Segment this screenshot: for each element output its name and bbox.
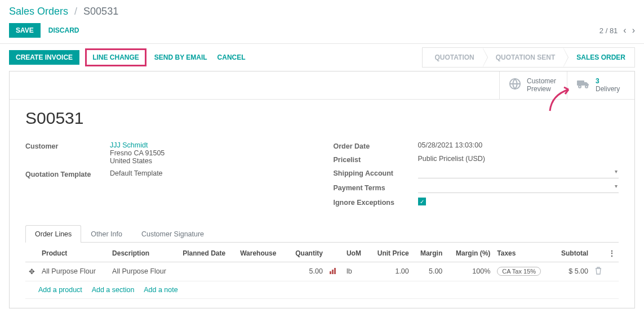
svg-point-3 <box>585 86 588 88</box>
tab-order-lines[interactable]: Order Lines <box>25 225 81 243</box>
svg-rect-1 <box>577 80 584 86</box>
svg-rect-6 <box>334 268 336 274</box>
payment-terms-dropdown[interactable] <box>418 183 619 193</box>
add-row: Add a product Add a section Add a note <box>25 281 619 298</box>
pager: 2 / 81 ‹ › <box>599 25 635 35</box>
svg-point-2 <box>579 86 581 88</box>
breadcrumb-current: S00531 <box>83 6 118 17</box>
customer-address-2: United States <box>110 157 311 165</box>
breadcrumb-root[interactable]: Sales Orders <box>9 6 68 17</box>
create-invoice-button[interactable]: CREATE INVOICE <box>9 50 79 65</box>
table-header-row: Product Description Planned Date Warehou… <box>25 245 619 262</box>
svg-rect-5 <box>332 270 334 274</box>
forecast-icon[interactable] <box>330 268 337 276</box>
col-warehouse[interactable]: Warehouse <box>237 245 286 262</box>
cancel-button[interactable]: CANCEL <box>215 50 248 65</box>
add-product-link[interactable]: Add a product <box>38 286 82 294</box>
ignore-exceptions-label: Ignore Exceptions <box>334 198 418 207</box>
form-sheet: Customer Preview 3 Delivery S00531 <box>9 71 635 308</box>
ignore-exceptions-checkbox[interactable]: ✓ <box>418 198 426 205</box>
delete-row-icon[interactable] <box>592 262 605 281</box>
status-step-sales-order[interactable]: SALES ORDER <box>564 47 635 68</box>
customer-preview-button[interactable]: Customer Preview <box>499 71 567 99</box>
cell-subtotal: $ 5.00 <box>552 262 592 281</box>
payment-terms-label: Payment Terms <box>334 183 418 192</box>
delivery-label: Delivery <box>596 85 620 93</box>
col-quantity[interactable]: Quantity <box>287 245 326 262</box>
cell-warehouse[interactable] <box>237 262 286 281</box>
truck-icon <box>576 78 590 92</box>
add-section-link[interactable]: Add a section <box>92 286 135 294</box>
cell-planned-date[interactable] <box>179 262 237 281</box>
table-row[interactable]: ✥ All Purpose Flour All Purpose Flour 5.… <box>25 262 619 281</box>
tabs: Order Lines Other Info Customer Signatur… <box>25 225 619 243</box>
pager-text: 2 / 81 <box>599 26 618 35</box>
discard-button[interactable]: DISCARD <box>46 23 82 38</box>
delivery-count: 3 <box>596 77 620 85</box>
cell-quantity[interactable]: 5.00 <box>287 262 326 281</box>
col-unit-price[interactable]: Unit Price <box>368 245 412 262</box>
pricelist-label: Pricelist <box>334 155 418 164</box>
status-step-quotation[interactable]: QUOTATION <box>422 47 483 68</box>
customer-preview-line2: Preview <box>527 85 556 93</box>
cell-unit-price[interactable]: 1.00 <box>368 262 412 281</box>
pricelist-value[interactable]: Public Pricelist (USD) <box>418 155 619 163</box>
customer-address-1: Fresno CA 91505 <box>110 149 311 157</box>
col-uom[interactable]: UoM <box>343 245 368 262</box>
globe-icon <box>509 78 521 93</box>
col-subtotal[interactable]: Subtotal <box>552 245 592 262</box>
topbar: SAVE DISCARD 2 / 81 ‹ › <box>0 20 644 43</box>
status-bar: QUOTATION QUOTATION SENT SALES ORDER <box>422 47 635 68</box>
tab-other-info[interactable]: Other Info <box>81 225 132 243</box>
send-by-email-button[interactable]: SEND BY EMAIL <box>152 50 210 65</box>
quotation-template-label: Quotation Template <box>25 169 110 178</box>
save-button[interactable]: SAVE <box>9 23 41 38</box>
col-margin-pct[interactable]: Margin (%) <box>446 245 494 262</box>
delivery-button[interactable]: 3 Delivery <box>567 71 634 99</box>
order-date-value[interactable]: 05/28/2021 13:03:00 <box>418 141 619 149</box>
pager-prev-icon[interactable]: ‹ <box>623 25 626 35</box>
order-date-label: Order Date <box>334 141 418 150</box>
order-name-heading: S00531 <box>25 109 619 128</box>
col-description[interactable]: Description <box>109 245 179 262</box>
customer-link[interactable]: JJJ Schmidt <box>110 141 148 149</box>
tax-tag[interactable]: CA Tax 15% <box>497 267 541 276</box>
col-planned-date[interactable]: Planned Date <box>179 245 237 262</box>
quotation-template-value[interactable]: Default Template <box>110 169 311 177</box>
col-taxes[interactable]: Taxes <box>494 245 552 262</box>
action-bar: CREATE INVOICE LINE CHANGE SEND BY EMAIL… <box>0 43 644 71</box>
add-note-link[interactable]: Add a note <box>144 286 177 294</box>
col-product[interactable]: Product <box>38 245 109 262</box>
columns-menu-icon[interactable]: ⋮ <box>605 245 619 262</box>
cell-margin-pct[interactable]: 100% <box>446 262 494 281</box>
stat-buttons: Customer Preview 3 Delivery <box>10 71 634 100</box>
status-step-quotation-sent[interactable]: QUOTATION SENT <box>483 47 565 68</box>
col-margin[interactable]: Margin <box>412 245 446 262</box>
cell-product[interactable]: All Purpose Flour <box>38 262 109 281</box>
svg-rect-4 <box>330 271 331 274</box>
customer-label: Customer <box>25 141 110 150</box>
pager-next-icon[interactable]: › <box>632 25 635 35</box>
drag-handle-icon[interactable]: ✥ <box>25 262 38 281</box>
order-lines-table: Product Description Planned Date Warehou… <box>25 245 619 299</box>
shipping-account-dropdown[interactable] <box>418 168 619 178</box>
tab-customer-signature[interactable]: Customer Signature <box>132 225 214 243</box>
breadcrumb: Sales Orders / S00531 <box>0 0 644 20</box>
breadcrumb-separator: / <box>74 6 77 17</box>
shipping-account-label: Shipping Account <box>334 168 418 177</box>
line-change-button[interactable]: LINE CHANGE <box>85 48 146 66</box>
customer-preview-line1: Customer <box>527 77 556 85</box>
cell-margin[interactable]: 5.00 <box>412 262 446 281</box>
cell-description[interactable]: All Purpose Flour <box>109 262 179 281</box>
cell-uom[interactable]: lb <box>343 262 368 281</box>
